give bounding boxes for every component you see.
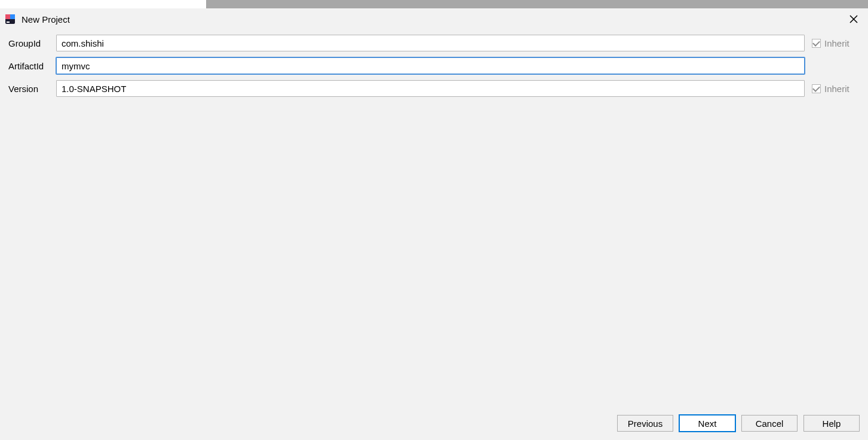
svg-rect-1 xyxy=(5,14,10,19)
version-field-wrap[interactable] xyxy=(56,80,805,97)
groupid-label: GroupId xyxy=(8,38,56,48)
window-tab-active xyxy=(0,0,206,8)
groupid-inherit-checkbox xyxy=(812,39,821,48)
groupid-field-wrap[interactable] xyxy=(56,35,805,51)
version-inherit: Inherit xyxy=(812,84,860,94)
version-inherit-checkbox xyxy=(812,84,821,93)
close-icon xyxy=(849,15,858,23)
svg-rect-3 xyxy=(7,22,10,23)
version-input[interactable] xyxy=(62,84,799,94)
next-button[interactable]: Next xyxy=(679,415,735,432)
version-inherit-label: Inherit xyxy=(824,84,849,94)
intellij-icon xyxy=(5,14,16,25)
previous-button[interactable]: Previous xyxy=(617,415,673,432)
window-topstrip xyxy=(0,0,868,8)
artifactid-input[interactable] xyxy=(62,61,799,71)
row-groupid: GroupId Inherit xyxy=(8,35,860,51)
groupid-inherit-label: Inherit xyxy=(824,38,849,48)
artifactid-label: ArtifactId xyxy=(8,61,56,71)
artifactid-field-wrap[interactable] xyxy=(56,57,805,74)
groupid-input[interactable] xyxy=(62,38,799,48)
svg-rect-2 xyxy=(10,14,15,19)
cancel-button[interactable]: Cancel xyxy=(741,415,798,432)
form-area: GroupId Inherit ArtifactId Version Inher… xyxy=(0,30,868,97)
version-label: Version xyxy=(8,84,56,94)
row-artifactid: ArtifactId xyxy=(8,57,860,74)
window-title: New Project xyxy=(22,14,845,25)
help-button[interactable]: Help xyxy=(803,415,860,432)
row-version: Version Inherit xyxy=(8,80,860,97)
titlebar: New Project xyxy=(0,8,868,30)
close-button[interactable] xyxy=(845,11,862,28)
groupid-inherit: Inherit xyxy=(812,38,860,48)
button-bar: Previous Next Cancel Help xyxy=(0,412,868,440)
